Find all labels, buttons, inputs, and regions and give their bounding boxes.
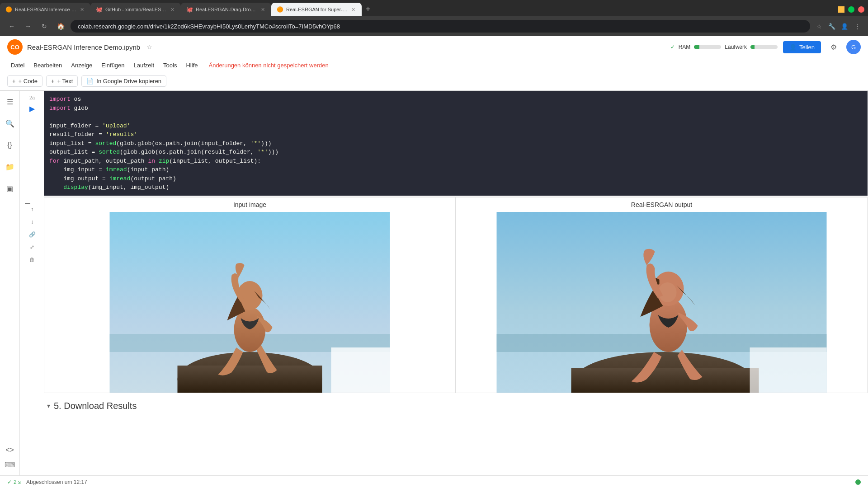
settings-button[interactable]: ⚙ bbox=[826, 40, 841, 54]
toc-icon[interactable]: {} bbox=[3, 138, 17, 152]
code-line-4: input_folder = 'upload' bbox=[49, 122, 862, 131]
section-toggle[interactable]: ▾ bbox=[47, 402, 50, 409]
output-link-icon[interactable]: 🔗 bbox=[27, 229, 38, 240]
laufwerk-fill bbox=[750, 45, 755, 49]
laufwerk-label: Laufwerk bbox=[725, 44, 747, 50]
tab-3[interactable]: 🐙 Real-ESRGAN-Drag-Drop/drag8... ✕ bbox=[181, 3, 271, 16]
output-image-panel: Real-ESRGAN output bbox=[456, 197, 868, 393]
code-line-11: display(img_input, img_output) bbox=[49, 183, 862, 192]
tab-1[interactable]: 🟠 Real-ESRGAN Inference Demo.i... ✕ bbox=[0, 3, 90, 16]
sidebar-toggle[interactable]: ☰ bbox=[3, 94, 17, 109]
connected-dot bbox=[855, 479, 861, 485]
ram-bar bbox=[694, 45, 721, 49]
code-line-1: import os bbox=[49, 95, 862, 104]
menu-tools[interactable]: Tools bbox=[160, 60, 180, 70]
output-cell: ↑ ↓ 🔗 ⤢ 🗑 Input image bbox=[20, 196, 868, 394]
close-button[interactable] bbox=[858, 6, 864, 13]
menu-laufzeit[interactable]: Laufzeit bbox=[130, 60, 158, 70]
user-avatar[interactable]: G bbox=[846, 40, 861, 54]
shortcuts-icon[interactable]: ⌨ bbox=[3, 457, 17, 472]
cell-number: 2a bbox=[29, 95, 35, 100]
variables-icon[interactable]: ▣ bbox=[3, 181, 17, 196]
cell-gutter: 2a ▶ bbox=[20, 91, 44, 196]
svg-rect-7 bbox=[331, 347, 390, 393]
tab-4-close[interactable]: ✕ bbox=[350, 6, 356, 13]
menu-hilfe[interactable]: Hilfe bbox=[182, 60, 201, 70]
image-comparison: Input image bbox=[44, 197, 868, 393]
output-delete-icon[interactable]: 🗑 bbox=[27, 254, 38, 265]
output-image-title: Real-ESRGAN output bbox=[631, 197, 692, 212]
share-icon: 👤 bbox=[789, 44, 797, 51]
files-icon[interactable]: 📁 bbox=[3, 160, 17, 174]
status-time: 2 s bbox=[14, 479, 21, 485]
add-code-button[interactable]: + + Code bbox=[7, 75, 42, 87]
share-button[interactable]: 👤 Teilen bbox=[783, 41, 821, 53]
tab-bar: 🟠 Real-ESRGAN Inference Demo.i... ✕ 🐙 Gi… bbox=[0, 0, 868, 16]
ram-indicator: ✓ RAM Laufwerk bbox=[670, 44, 778, 50]
code-cell-2a: 2a ▶ import os import glob input_folder … bbox=[20, 91, 868, 196]
status-check-icon: ✓ bbox=[7, 479, 12, 485]
code-snippets-icon[interactable]: <> bbox=[3, 443, 17, 457]
tab-1-close[interactable]: ✕ bbox=[79, 6, 85, 13]
input-image-title: Input image bbox=[233, 197, 266, 212]
ram-fill bbox=[694, 45, 699, 49]
tab-4-favicon: 🟠 bbox=[277, 6, 283, 13]
add-text-button[interactable]: + + Text bbox=[46, 75, 78, 87]
title-row: CO Real-ESRGAN Inference Demo.ipynb ☆ ✓ … bbox=[0, 36, 868, 58]
output-expand-icon[interactable]: ⤢ bbox=[27, 242, 38, 253]
tab-2[interactable]: 🐙 GitHub - xinntao/Real-ESRGAN... ✕ bbox=[90, 3, 181, 16]
output-collapse-btn[interactable] bbox=[24, 200, 31, 209]
tab-2-close[interactable]: ✕ bbox=[170, 6, 175, 13]
code-line-5: result_folder = 'results' bbox=[49, 130, 862, 139]
code-line-3 bbox=[49, 113, 862, 122]
section-5-label: 5. Download Results bbox=[54, 401, 137, 411]
menu-anzeige[interactable]: Anzeige bbox=[67, 60, 96, 70]
colab-app: CO Real-ESRGAN Inference Demo.ipynb ☆ ✓ … bbox=[0, 36, 868, 488]
laufwerk-bar bbox=[750, 45, 778, 49]
notebook-title: Real-ESRGAN Inference Demo.ipynb bbox=[27, 43, 140, 51]
tab-3-title: Real-ESRGAN-Drag-Drop/drag8... bbox=[196, 7, 257, 12]
maximize-button[interactable] bbox=[848, 6, 854, 13]
tab-3-close[interactable]: ✕ bbox=[260, 6, 266, 13]
copy-to-drive-label: In Google Drive kopieren bbox=[96, 78, 161, 84]
run-cell-button[interactable]: ▶ bbox=[26, 102, 38, 115]
status-right bbox=[855, 479, 861, 485]
menu-datei[interactable]: Datei bbox=[7, 60, 28, 70]
url-input[interactable] bbox=[71, 20, 810, 33]
cell-code-content: import os import glob input_folder = 'up… bbox=[44, 91, 868, 196]
tab-4[interactable]: 🟠 Real-ESRGAN for Super-Resolut... ✕ bbox=[271, 3, 362, 16]
bookmark-icon[interactable]: ☆ bbox=[814, 21, 825, 32]
search-icon[interactable]: 🔍 bbox=[3, 116, 17, 131]
notebook-area: 2a ▶ import os import glob input_folder … bbox=[20, 91, 868, 475]
profile-icon[interactable]: 👤 bbox=[839, 21, 850, 32]
star-icon[interactable]: ☆ bbox=[146, 43, 152, 51]
unsaved-notice: Änderungen können nicht gespeichert werd… bbox=[208, 62, 328, 69]
menu-bearbeiten[interactable]: Bearbeiten bbox=[30, 60, 66, 70]
code-line-8: for input_path, output_path in zip(input… bbox=[49, 157, 862, 166]
tab-2-favicon: 🐙 bbox=[96, 6, 103, 13]
plus-text-icon: + bbox=[51, 78, 55, 84]
code-line-7: output_list = sorted(glob.glob(os.path.j… bbox=[49, 148, 862, 157]
colab-header: CO Real-ESRGAN Inference Demo.ipynb ☆ ✓ … bbox=[0, 36, 868, 91]
menu-icon[interactable]: ⋮ bbox=[852, 21, 863, 32]
minimize-button[interactable] bbox=[838, 6, 844, 13]
menu-einfuegen[interactable]: Einfügen bbox=[98, 60, 128, 70]
new-tab-button[interactable]: + bbox=[362, 3, 374, 15]
add-text-label: + Text bbox=[57, 78, 73, 84]
home-button[interactable]: 🏠 bbox=[54, 20, 67, 33]
input-image-svg bbox=[44, 212, 455, 393]
browser-icons: ☆ 🔧 👤 ⋮ bbox=[814, 21, 863, 32]
reload-button[interactable]: ↻ bbox=[38, 20, 51, 33]
extensions-icon[interactable]: 🔧 bbox=[826, 21, 837, 32]
input-image bbox=[44, 212, 455, 393]
output-down-icon[interactable]: ↓ bbox=[27, 216, 38, 227]
tab-1-favicon: 🟠 bbox=[5, 6, 12, 13]
output-image-svg bbox=[456, 212, 867, 393]
bottom-icons: <> ⌨ bbox=[3, 443, 17, 472]
forward-button[interactable]: → bbox=[22, 20, 34, 33]
tab-1-title: Real-ESRGAN Inference Demo.i... bbox=[15, 7, 76, 12]
copy-to-drive-button[interactable]: 📄 In Google Drive kopieren bbox=[81, 75, 166, 87]
toolbar: + + Code + + Text 📄 In Google Drive kopi… bbox=[0, 72, 868, 90]
code-editor[interactable]: import os import glob input_folder = 'up… bbox=[44, 91, 868, 196]
back-button[interactable]: ← bbox=[5, 20, 18, 33]
